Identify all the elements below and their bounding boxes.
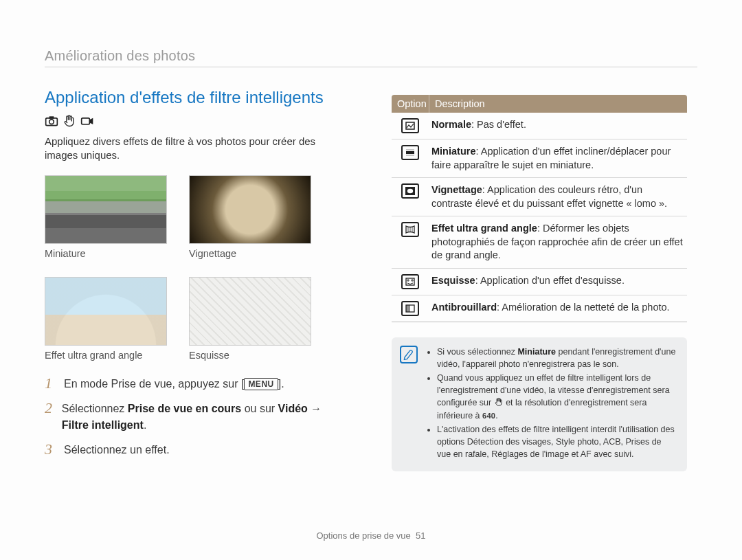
svg-rect-4 bbox=[406, 122, 414, 129]
note-icon bbox=[400, 346, 418, 363]
svg-rect-5 bbox=[406, 151, 414, 154]
miniature-icon bbox=[401, 145, 419, 160]
options-table-header: Option Description bbox=[392, 95, 687, 113]
note-box: Si vous sélectionnez Miniature pendant l… bbox=[392, 337, 687, 471]
step-2-number: 2 bbox=[45, 401, 55, 434]
svg-point-15 bbox=[412, 280, 413, 281]
row-term: Vignettage bbox=[431, 184, 482, 195]
thumb-vignettage-image bbox=[189, 175, 311, 244]
table-row: Miniature: Application d'un effet inclin… bbox=[392, 139, 687, 178]
resolution-640-label: 640 bbox=[482, 411, 495, 422]
thumb-vignettage-label: Vignettage bbox=[189, 248, 311, 259]
mode-icons-row bbox=[45, 114, 347, 131]
step-3: 3 Sélectionnez un effet. bbox=[45, 442, 347, 458]
thumb-miniature-label: Miniature bbox=[45, 248, 167, 259]
options-table: Option Description Normale: Pas d'effet.… bbox=[392, 95, 687, 322]
step-3-text: Sélectionnez un effet. bbox=[64, 442, 170, 458]
footer-page-number: 51 bbox=[416, 530, 425, 541]
svg-rect-1 bbox=[49, 116, 54, 118]
svg-rect-17 bbox=[406, 305, 410, 312]
video-icon bbox=[80, 114, 94, 131]
step-2-arrow: → bbox=[308, 403, 322, 414]
steps-list: 1 En mode Prise de vue, appuyez sur [MEN… bbox=[45, 376, 347, 458]
row-text: : Pas d'effet. bbox=[471, 119, 526, 130]
step-2-bold-b: Vidéo bbox=[278, 403, 308, 414]
thumb-wide-image bbox=[45, 277, 167, 346]
row-text: : Application d'un effet d'esquisse. bbox=[475, 275, 625, 286]
table-row: Vignettage: Application des couleurs rét… bbox=[392, 178, 687, 216]
thumb-vignettage: Vignettage bbox=[189, 175, 311, 259]
step-1: 1 En mode Prise de vue, appuyez sur [MEN… bbox=[45, 376, 347, 392]
thumb-miniature-image bbox=[45, 175, 167, 244]
intro-text: Appliquez divers effets de filtre à vos … bbox=[45, 135, 347, 163]
svg-point-9 bbox=[407, 189, 413, 193]
menu-button-icon: MENU bbox=[244, 378, 278, 390]
row-term: Effet ultra grand angle bbox=[431, 223, 537, 234]
thumb-wide-label: Effet ultra grand angle bbox=[45, 350, 167, 361]
step-2-text-c: ou sur bbox=[241, 403, 278, 414]
thumb-esquisse-label: Esquisse bbox=[189, 350, 311, 361]
options-header-description: Description bbox=[429, 95, 687, 113]
breadcrumb: Amélioration des photos bbox=[45, 48, 697, 67]
svg-rect-6 bbox=[406, 149, 414, 150]
camera-icon bbox=[45, 114, 58, 131]
step-2-bold-c: Filtre intelligent bbox=[62, 419, 144, 431]
wide-angle-icon bbox=[401, 222, 419, 237]
row-text: : Amélioration de la netteté de la photo… bbox=[497, 302, 670, 313]
row-term: Esquisse bbox=[431, 275, 475, 286]
defog-icon bbox=[401, 301, 419, 316]
thumb-esquisse: Esquisse bbox=[189, 277, 311, 361]
sketch-icon bbox=[401, 274, 419, 289]
dis-hand-icon bbox=[63, 114, 76, 131]
footer-section: Options de prise de vue bbox=[316, 530, 410, 541]
note-line-2: Quand vous appliquez un effet de filtre … bbox=[437, 372, 676, 422]
note-line-1: Si vous sélectionnez Miniature pendant l… bbox=[437, 346, 676, 370]
table-row: Antibrouillard: Amélioration de la nette… bbox=[392, 295, 687, 322]
normal-icon bbox=[401, 118, 419, 133]
dis-hand-icon bbox=[494, 397, 504, 407]
thumb-miniature: Miniature bbox=[45, 175, 167, 259]
page-title: Application d'effets de filtre intellige… bbox=[45, 88, 347, 107]
step-2-dot: . bbox=[144, 419, 146, 431]
svg-point-2 bbox=[49, 120, 54, 124]
step-2: 2 Sélectionnez Prise de vue en cours ou … bbox=[45, 401, 347, 434]
row-term: Normale bbox=[431, 119, 471, 130]
table-row: Normale: Pas d'effet. bbox=[392, 113, 687, 139]
page-footer: Options de prise de vue 51 bbox=[0, 530, 742, 541]
row-term: Antibrouillard bbox=[431, 302, 497, 313]
step-3-number: 3 bbox=[45, 442, 57, 458]
thumb-wide: Effet ultra grand angle bbox=[45, 277, 167, 361]
step-2-bold-a: Prise de vue en cours bbox=[128, 403, 241, 414]
note-2c: . bbox=[495, 411, 497, 421]
note-line-3: L'activation des effets de filtre intell… bbox=[437, 423, 676, 460]
svg-rect-3 bbox=[82, 118, 90, 124]
svg-point-14 bbox=[407, 280, 409, 281]
thumb-esquisse-image bbox=[189, 277, 311, 346]
table-row: Esquisse: Application d'un effet d'esqui… bbox=[392, 269, 687, 295]
note-1b: Miniature bbox=[517, 347, 556, 357]
step-1-text-b: ]. bbox=[278, 378, 284, 390]
step-1-text-a: En mode Prise de vue, appuyez sur [ bbox=[64, 378, 244, 390]
row-term: Miniature bbox=[431, 146, 475, 157]
table-row: Effet ultra grand angle: Déformer les ob… bbox=[392, 216, 687, 269]
step-1-number: 1 bbox=[45, 376, 57, 392]
note-1a: Si vous sélectionnez bbox=[437, 347, 517, 357]
step-2-text-a: Sélectionnez bbox=[62, 403, 128, 414]
options-header-option: Option bbox=[392, 95, 429, 113]
example-thumbnails: Miniature Vignettage Effet ultra grand a… bbox=[45, 175, 347, 361]
vignette-icon bbox=[401, 183, 419, 199]
svg-rect-7 bbox=[406, 155, 414, 156]
